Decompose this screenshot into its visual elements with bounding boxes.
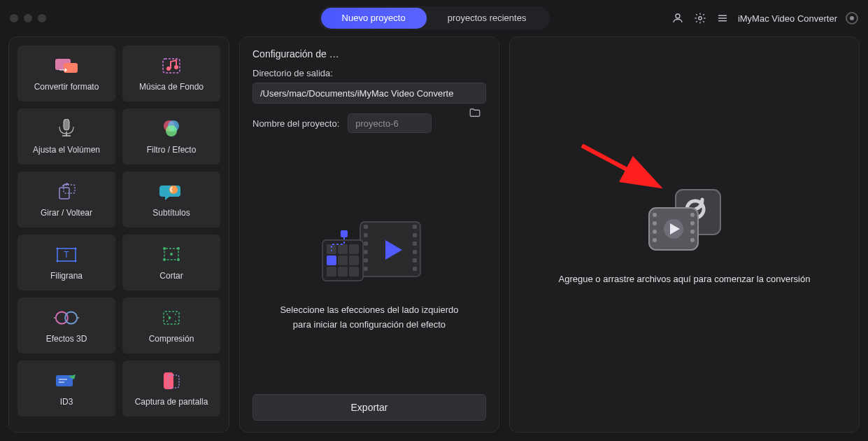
svg-rect-44 (364, 258, 368, 262)
tool-filter-effect[interactable]: Filtro / Efecto (122, 108, 220, 164)
account-icon[interactable] (671, 11, 685, 25)
svg-point-71 (690, 213, 695, 217)
red-arrow-annotation-icon (578, 142, 662, 191)
svg-point-70 (653, 238, 657, 242)
svg-text:T: T (64, 250, 69, 260)
svg-rect-61 (349, 267, 359, 276)
svg-point-9 (174, 65, 178, 69)
id3-icon (54, 370, 79, 391)
svg-point-26 (163, 258, 166, 261)
tool-convert-format[interactable]: Convertir formato (17, 46, 115, 102)
svg-point-73 (690, 230, 695, 234)
svg-rect-59 (327, 267, 336, 276)
tool-bg-music[interactable]: Música de Fondo (122, 46, 220, 102)
svg-point-25 (177, 247, 180, 250)
music-icon (159, 55, 184, 76)
close-window-dot[interactable] (10, 14, 18, 22)
menu-icon[interactable] (716, 11, 730, 25)
drop-illustration-icon (639, 186, 730, 255)
svg-rect-58 (349, 255, 359, 265)
tool-label: Compresión (149, 334, 194, 344)
tool-label: Girar / Voltear (41, 208, 92, 218)
svg-point-69 (653, 230, 657, 234)
app-name: iMyMac Video Converter (738, 13, 837, 24)
tool-label: Cortar (159, 271, 183, 281)
tab-new-project[interactable]: Nuevo proyecto (321, 8, 427, 29)
tool-label: Subtítulos (152, 208, 190, 218)
convert-icon (54, 55, 79, 76)
window-controls (10, 14, 46, 22)
browse-folder-icon[interactable] (467, 104, 483, 121)
subtitle-icon (159, 181, 184, 202)
tool-rotate-flip[interactable]: Girar / Voltear (17, 172, 115, 227)
svg-rect-49 (413, 250, 417, 254)
project-name-value: proyecto-6 (355, 118, 398, 129)
config-hint-line1: Seleccione las efecciones del lado izqui… (280, 304, 458, 315)
volume-icon (54, 118, 79, 139)
capture-icon (159, 370, 184, 391)
tab-recent-projects[interactable]: proyectos recientes (427, 8, 548, 29)
project-name-field[interactable]: proyecto-6 (348, 113, 432, 133)
svg-point-22 (75, 260, 77, 262)
export-button[interactable]: Exportar (252, 394, 486, 421)
tool-cut[interactable]: Cortar (122, 234, 220, 290)
rotate-icon (54, 181, 79, 202)
svg-point-1 (699, 17, 702, 20)
minimize-window-dot[interactable] (24, 14, 32, 22)
tool-watermark[interactable]: TFiligrana (17, 234, 115, 290)
svg-rect-55 (349, 244, 359, 254)
config-title: Configuración de … (252, 48, 486, 59)
svg-point-21 (57, 260, 59, 262)
svg-point-12 (166, 125, 177, 136)
tool-adjust-volume[interactable]: Ajusta el Volúmen (17, 108, 115, 164)
svg-rect-56 (327, 255, 336, 265)
svg-point-67 (653, 213, 657, 217)
tool-screenshot[interactable]: Captura de pantalla (122, 360, 220, 416)
config-illustration: Seleccione las efecciones del lado izqui… (252, 147, 486, 394)
crop-icon (159, 244, 184, 265)
record-indicator-icon[interactable] (846, 12, 858, 24)
compress-icon (159, 307, 184, 328)
svg-line-64 (582, 146, 652, 183)
titlebar: Nuevo proyecto proyectos recientes iMyMa… (0, 0, 868, 36)
tool-label: Filtro / Efecto (147, 145, 197, 155)
svg-rect-50 (413, 258, 417, 262)
svg-point-74 (690, 238, 695, 242)
effects-illustration-icon (310, 209, 429, 293)
svg-rect-6 (64, 63, 78, 73)
svg-rect-47 (413, 233, 417, 237)
config-hint-line2: para iniciar la configuración del efecto (293, 319, 446, 330)
output-dir-value: /Users/mac/Documents/iMyMac Video Conver… (260, 88, 453, 99)
zoom-window-dot[interactable] (38, 14, 46, 22)
3d-icon (54, 307, 79, 328)
tool-subtitles[interactable]: Subtítulos (122, 172, 220, 227)
svg-point-72 (690, 221, 695, 225)
tool-label: Música de Fondo (139, 82, 204, 92)
svg-point-0 (676, 14, 680, 18)
tool-label: Captura de pantalla (135, 397, 208, 407)
svg-rect-51 (413, 267, 417, 271)
config-panel: Configuración de … Directorio de salida:… (239, 36, 499, 433)
tool-compression[interactable]: Compresión (122, 298, 220, 354)
svg-rect-57 (338, 255, 348, 265)
tool-label: Efectos 3D (46, 334, 87, 344)
svg-rect-45 (364, 267, 368, 271)
svg-rect-48 (413, 241, 417, 246)
tool-3d-effects[interactable]: Efectos 3D (17, 298, 115, 354)
gear-icon[interactable] (693, 11, 707, 25)
tool-id3[interactable]: ID3 (17, 360, 115, 416)
drop-zone[interactable]: Agregue o arrastre archivos aquí para co… (509, 36, 860, 433)
svg-point-20 (75, 248, 77, 250)
svg-point-24 (163, 247, 166, 250)
svg-rect-46 (413, 225, 417, 229)
svg-rect-37 (164, 372, 173, 389)
output-dir-field[interactable]: /Users/mac/Documents/iMyMac Video Conver… (252, 83, 486, 104)
tool-label: ID3 (60, 397, 73, 407)
drop-hint-text: Agregue o arrastre archivos aquí para co… (538, 274, 832, 284)
svg-rect-62 (341, 230, 348, 237)
svg-point-27 (177, 258, 180, 261)
svg-point-68 (653, 221, 657, 225)
svg-rect-42 (364, 241, 368, 246)
tool-label: Filigrana (50, 271, 83, 281)
svg-point-19 (57, 248, 59, 250)
